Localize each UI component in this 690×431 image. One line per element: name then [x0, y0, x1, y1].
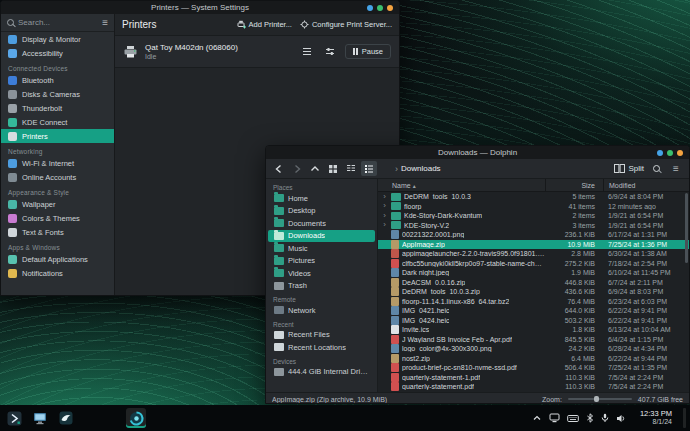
file-row[interactable]: clfbc55ungyki0kll5krp0o97-stable-name-ch… [378, 259, 689, 269]
sidebar-item-display-monitor[interactable]: Display & Monitor [1, 32, 114, 46]
file-row[interactable]: ›DeDRM_tools_10.0.35 items6/9/24 at 8:04… [378, 192, 689, 202]
settings-titlebar[interactable]: Printers — System Settings [1, 1, 399, 14]
file-row[interactable]: 00221322.0001.png236.1 KiB6/17/24 at 1:3… [378, 230, 689, 240]
file-row[interactable]: ›floorp41 items12 minutes ago [378, 202, 689, 212]
place-item-videos[interactable]: Videos [268, 267, 375, 280]
place-item-documents[interactable]: Documents [268, 217, 375, 230]
desktop-wallpaper: Printers — System Settings Search... ≡ D… [0, 0, 690, 431]
column-header-size[interactable]: Size [545, 179, 603, 191]
place-item-recent-files[interactable]: Recent Files [268, 329, 375, 342]
add-printer-button[interactable]: Add Printer... [237, 20, 292, 29]
printer-settings-button[interactable] [322, 45, 338, 59]
place-item-444-4-gib-internal-drive-nvme0n1p2[interactable]: 444.4 GiB Internal Drive (nvme0n1p2) [268, 366, 375, 379]
monitor-icon[interactable] [549, 413, 560, 423]
file-row[interactable]: logo_color@4x-300x300.png24.2 KiB6/28/24… [378, 344, 689, 354]
file-row[interactable]: nost2.zip6.4 MiB6/22/24 at 9:44 PM [378, 354, 689, 364]
sidebar-item-printers[interactable]: Printers [1, 129, 114, 143]
sidebar-item-kde-connect[interactable]: KDE Connect [1, 115, 114, 129]
compact-view-button[interactable] [343, 161, 359, 176]
file-row[interactable]: ›Kde-Story-Dark-Kvantum2 items1/9/21 at … [378, 211, 689, 221]
column-header-modified[interactable]: Modified [603, 179, 689, 191]
place-item-downloads[interactable]: Downloads [268, 230, 375, 243]
microphone-icon[interactable] [601, 413, 609, 423]
place-item-trash[interactable]: Trash [268, 280, 375, 293]
up-button[interactable] [307, 161, 323, 176]
taskbar-system-settings[interactable] [30, 408, 50, 428]
bluetooth-icon[interactable] [586, 413, 594, 423]
file-row[interactable]: quarterly-statement-1.pdf110.3 KiB7/5/24… [378, 373, 689, 383]
print-queue-button[interactable] [299, 45, 315, 59]
volume-icon[interactable] [616, 414, 626, 423]
file-row[interactable]: IMG_0421.heic644.0 KiB6/22/24 at 9:41 PM [378, 306, 689, 316]
settings-search-field[interactable]: Search... ≡ [1, 14, 114, 32]
split-view-button[interactable]: Split [614, 164, 644, 173]
expand-arrow-icon[interactable]: › [381, 193, 388, 201]
place-item-network[interactable]: Network [268, 304, 375, 317]
file-row[interactable]: quarterly-statement.pdf110.3 KiB7/5/24 a… [378, 382, 689, 392]
file-row[interactable]: Invite.ics1.8 KiB6/13/24 at 10:04 AM [378, 325, 689, 335]
sidebar-item-notifications[interactable]: Notifications [1, 266, 114, 280]
expand-arrow-icon[interactable]: › [381, 221, 388, 229]
forward-button[interactable] [289, 161, 305, 176]
zoom-slider-handle[interactable] [594, 396, 599, 402]
file-row[interactable]: AppImage.zip10.9 MiB7/25/24 at 1:36 PM [378, 240, 689, 250]
place-item-pictures[interactable]: Pictures [268, 255, 375, 268]
back-button[interactable] [271, 161, 287, 176]
taskbar-floorp[interactable] [126, 408, 146, 428]
file-row[interactable]: DeACSM_0.0.16.zip446.8 KiB6/7/24 at 2:11… [378, 278, 689, 288]
file-row[interactable]: product-brief-pc-sn810-nvme-ssd.pdf506.4… [378, 363, 689, 373]
printer-list-item[interactable]: Qat Toy M402dn (068060) Idle [115, 36, 399, 68]
dolphin-titlebar[interactable]: Downloads — Dolphin [266, 146, 689, 159]
image-icon [391, 316, 399, 325]
place-item-recent-locations[interactable]: Recent Locations [268, 341, 375, 354]
file-row[interactable]: floorp-11.14.1.linux-x86_64.tar.bz276.4 … [378, 297, 689, 307]
sidebar-item-accessibility[interactable]: Accessibility [1, 46, 114, 60]
maximize-button[interactable] [667, 150, 673, 156]
sidebar-item-online-accounts[interactable]: Online Accounts [1, 170, 114, 184]
sidebar-item-text-fonts[interactable]: Text & Fonts [1, 225, 114, 239]
close-button[interactable] [387, 5, 393, 11]
minimize-button[interactable] [657, 150, 663, 156]
details-view-button[interactable] [361, 161, 377, 176]
file-row[interactable]: appimagelauncher-2.2.0-travis995.0f91801… [378, 249, 689, 259]
expand-arrow-icon[interactable]: › [381, 212, 388, 220]
sidebar-item-wi-fi-internet[interactable]: Wi-Fi & Internet [1, 156, 114, 170]
expand-arrow-icon[interactable]: › [381, 202, 388, 210]
vertical-scrollbar[interactable] [685, 193, 688, 263]
chevron-up-icon[interactable] [532, 414, 542, 422]
maximize-button[interactable] [377, 5, 383, 11]
file-row[interactable]: IMG_0424.heic503.2 KiB6/22/24 at 9:41 PM [378, 316, 689, 326]
text-fonts-icon [8, 228, 17, 237]
column-header-name[interactable]: Name▴ [378, 182, 545, 189]
sidebar-item-disks-cameras[interactable]: Disks & Cameras [1, 87, 114, 101]
minimize-button[interactable] [367, 5, 373, 11]
sidebar-item-wallpaper[interactable]: Wallpaper [1, 197, 114, 211]
sidebar-item-colors-themes[interactable]: Colors & Themes [1, 211, 114, 225]
file-row[interactable]: Dark night.jpeg1.9 MiB6/10/24 at 11:45 P… [378, 268, 689, 278]
close-button[interactable] [677, 150, 683, 156]
sidebar-item-bluetooth[interactable]: Bluetooth [1, 73, 114, 87]
place-item-desktop[interactable]: Desktop [268, 205, 375, 218]
place-item-home[interactable]: Home [268, 192, 375, 205]
file-name: IMG_0424.heic [402, 317, 449, 324]
icons-view-button[interactable] [325, 161, 341, 176]
file-row[interactable]: DeDRM_tools_10.0.3.zip436.6 KiB6/9/24 at… [378, 287, 689, 297]
sidebar-item-thunderbolt[interactable]: Thunderbolt [1, 101, 114, 115]
sidebar-item-default-applications[interactable]: Default Applications [1, 252, 114, 266]
zoom-slider[interactable] [568, 398, 632, 400]
application-launcher-button[interactable] [4, 408, 24, 428]
breadcrumb[interactable]: › Downloads [395, 164, 441, 174]
keyboard-icon[interactable] [567, 414, 579, 423]
pause-printer-button[interactable]: Pause [345, 44, 391, 59]
file-modified: 7/5/24 at 2:24 PM [603, 383, 689, 390]
place-item-music[interactable]: Music [268, 242, 375, 255]
clock[interactable]: 12:33 PM 8/1/24 [640, 410, 672, 427]
menu-icon[interactable]: ≡ [102, 18, 108, 28]
file-row[interactable]: ›KDE-Story-V.23 items1/9/21 at 6:54 PM [378, 221, 689, 231]
configure-print-server-button[interactable]: Configure Print Server... [300, 20, 392, 29]
taskbar-dolphin[interactable] [56, 408, 76, 428]
file-row[interactable]: J Wayland SB Invoice Feb - Apr.pdf845.5 … [378, 335, 689, 345]
show-desktop-button[interactable] [683, 408, 686, 428]
search-button[interactable] [648, 161, 664, 176]
menu-button[interactable]: ≡ [668, 161, 684, 176]
